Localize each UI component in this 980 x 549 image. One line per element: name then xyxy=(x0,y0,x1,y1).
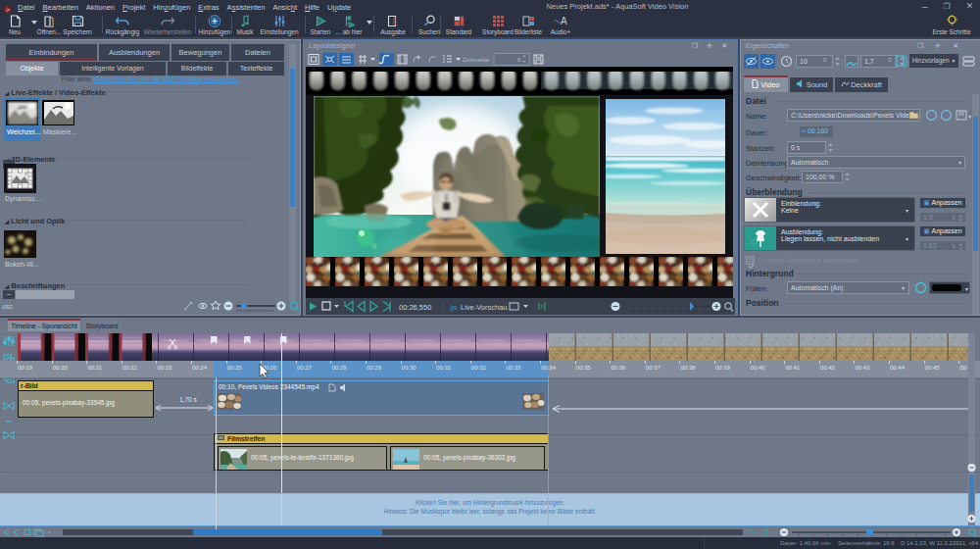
svg-text:Live-Vorschau: Live-Vorschau xyxy=(461,303,508,312)
svg-text:1,70 s: 1,70 s xyxy=(179,396,197,403)
svg-text:A: A xyxy=(561,16,567,26)
svg-text:Zeitmarke: Zeitmarke xyxy=(463,56,490,63)
svg-text:00:26,550: 00:26,550 xyxy=(399,303,431,312)
svg-text:ϳo: ϳo xyxy=(450,303,457,312)
svg-text:s: s xyxy=(517,56,521,63)
